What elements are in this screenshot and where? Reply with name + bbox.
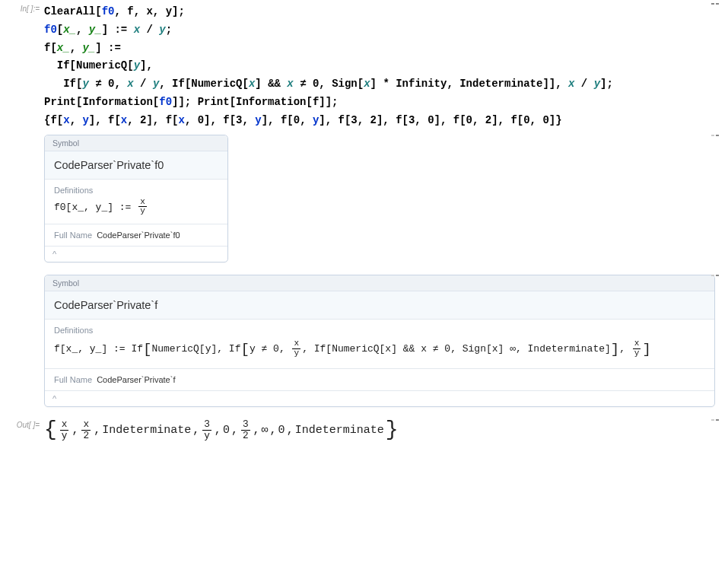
panel-header-symbol: Symbol <box>45 135 227 151</box>
txt: / <box>134 78 153 90</box>
fraction: xy <box>633 339 641 358</box>
txt: [ <box>95 5 101 17</box>
txt: , <box>76 24 89 36</box>
sym-x: x <box>178 114 184 126</box>
cell-bracket-group[interactable] <box>709 135 722 136</box>
fraction: x2 <box>81 419 91 441</box>
txt: ], <box>140 59 153 72</box>
cell-bracket[interactable] <box>711 419 714 421</box>
txt: If[ <box>44 78 82 90</box>
cell-bracket[interactable] <box>716 3 719 5</box>
full-name-value: CodeParser`Private`f <box>97 375 175 384</box>
panel-definitions-label: Definitions <box>45 180 227 196</box>
txt: f[x_, y_] := If <box>54 343 143 355</box>
txt: f[ <box>44 42 57 54</box>
fraction: xy <box>292 339 300 358</box>
panel-definition-body: f0[x_, y_] := xy <box>45 196 227 224</box>
txt: NumericQ[y], If <box>151 343 240 355</box>
txt: ], f[3, 2], f[3, 0], f[0, 2], f[0, 0]} <box>319 114 561 126</box>
frac-den: y <box>138 207 147 216</box>
cell-bracket[interactable] <box>716 135 719 136</box>
comma: , <box>287 424 294 437</box>
information-panel-f[interactable]: Symbol CodeParser`Private`f Definitions … <box>44 275 715 407</box>
right-bracket-icon: ] <box>642 341 650 358</box>
panel-symbol-name: CodeParser`Private`f <box>45 291 714 320</box>
txt: ], f[ <box>89 114 121 126</box>
frac-den: y <box>60 431 69 441</box>
frac-num: x <box>292 339 300 349</box>
txt: ] := <box>102 24 134 36</box>
comma: , <box>94 424 100 437</box>
fraction: xy <box>138 198 147 216</box>
out-label: Out[ ]= <box>6 419 44 429</box>
full-name-label: Full Name <box>54 375 92 384</box>
frac-den: y <box>292 349 300 358</box>
cell-bracket[interactable] <box>711 275 714 276</box>
cell-bracket-group[interactable] <box>709 275 722 276</box>
txt: , If[NumericQ[x] && x ≠ 0, Sign[x] ∞, In… <box>302 343 611 355</box>
sym-f0: f0 <box>44 24 57 36</box>
txt: ; <box>166 24 172 36</box>
blank-label <box>6 135 44 136</box>
panel-collapse-caret[interactable]: ^ <box>45 391 714 406</box>
cell-bracket[interactable] <box>711 135 714 136</box>
var-y: y <box>82 78 88 90</box>
panel-header-symbol: Symbol <box>45 275 714 291</box>
panel-collapse-caret[interactable]: ^ <box>45 247 227 262</box>
txt: y ≠ 0, <box>250 343 291 355</box>
var-x: x <box>364 78 370 90</box>
full-name-label: Full Name <box>54 231 92 240</box>
cell-bracket[interactable] <box>716 419 719 421</box>
out-indeterminate: Indeterminate <box>295 424 384 437</box>
frac-num: 3 <box>241 419 250 430</box>
comma: , <box>253 424 260 437</box>
var-x: x <box>134 24 140 36</box>
frac-den: y <box>202 431 211 441</box>
fn-clearall: ClearAll <box>44 5 95 17</box>
frac-num: 3 <box>202 419 211 430</box>
sym-f0: f0 <box>159 96 172 108</box>
panel-symbol-name: CodeParser`Private`f0 <box>45 151 227 180</box>
out-zero: 0 <box>223 424 230 437</box>
full-name-value: CodeParser`Private`f0 <box>97 231 180 240</box>
pattern-y: y_ <box>82 42 95 54</box>
print-content: Symbol CodeParser`Private`f Definitions … <box>44 275 709 415</box>
right-bracket-icon: ] <box>611 341 619 358</box>
frac-den: 2 <box>241 431 250 441</box>
print-content: Symbol CodeParser`Private`f0 Definitions… <box>44 135 709 270</box>
sym-y: y <box>82 114 88 126</box>
input-code-block[interactable]: ClearAll[f0, f, x, y]; f0[x_, y_] := x /… <box>44 3 709 130</box>
cell-bracket[interactable] <box>711 3 714 5</box>
cell-bracket[interactable] <box>716 275 719 276</box>
txt: , <box>70 42 83 54</box>
out-infinity: ∞ <box>262 424 269 437</box>
txt: , If[NumericQ[ <box>159 78 249 90</box>
var-y: y <box>594 78 600 90</box>
sym-f0: f0 <box>102 5 115 17</box>
txt: ≠ 0, <box>89 78 127 90</box>
sym-x: x <box>63 114 69 126</box>
frac-num: x <box>81 419 91 430</box>
chevron-up-icon: ^ <box>52 250 56 259</box>
print-cell-row: Symbol CodeParser`Private`f Definitions … <box>6 275 722 415</box>
txt: ]; <box>600 78 613 90</box>
var-x: x <box>287 78 293 90</box>
panel-full-name-row: Full NameCodeParser`Private`f0 <box>45 224 227 247</box>
cell-bracket-group[interactable] <box>709 3 722 5</box>
information-panel-f0[interactable]: Symbol CodeParser`Private`f0 Definitions… <box>44 135 228 262</box>
fraction: 32 <box>241 419 250 441</box>
cell-bracket-group[interactable] <box>709 419 722 421</box>
input-cell-row: In[ ]:= ClearAll[f0, f, x, y]; f0[x_, y_… <box>6 3 722 130</box>
txt: ≠ 0, Sign[ <box>294 78 364 90</box>
txt: ]]; Print[Information[f]]; <box>172 96 338 108</box>
pattern-x: x_ <box>57 42 70 54</box>
comma: , <box>215 424 221 437</box>
panel-definition-body: f[x_, y_] := If[NumericQ[y], If[y ≠ 0, x… <box>45 336 714 369</box>
output-cell-row: Out[ ]= { xy , x2 , Indeterminate , 3y ,… <box>6 419 722 441</box>
txt: ], f[0, <box>262 114 313 126</box>
output-expression[interactable]: { xy , x2 , Indeterminate , 3y , 0 , 32 … <box>44 419 709 441</box>
txt: , f, x, y]; <box>114 5 184 17</box>
pattern-x: x_ <box>63 24 76 36</box>
comma: , <box>231 424 238 437</box>
txt: ] := <box>95 42 121 54</box>
